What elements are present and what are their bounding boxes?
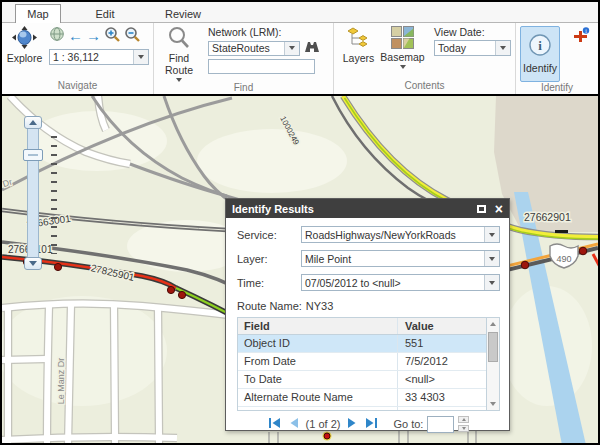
table-header-row: Field Value <box>238 318 486 335</box>
dialog-title: Identify Results <box>232 203 477 215</box>
next-page-button[interactable] <box>347 417 358 431</box>
tab-map[interactable]: Map <box>15 4 61 23</box>
group-contents: Layers Basemap <box>334 23 516 94</box>
scroll-up-icon[interactable] <box>487 318 499 330</box>
layer-combobox[interactable]: Mile Point <box>301 250 500 267</box>
route-name-value: NY33 <box>306 300 334 312</box>
layer-row: Layer: Mile Point <box>237 249 500 268</box>
column-header-field: Field <box>238 318 398 334</box>
basemap-button[interactable]: Basemap <box>379 26 426 80</box>
time-dropdown-arrow-icon[interactable] <box>484 275 499 290</box>
route-shield-490: 490 <box>550 244 578 268</box>
goto-label: Go to: <box>393 418 423 430</box>
scrollbar-thumb[interactable] <box>488 332 498 362</box>
ribbon-tabstrip: Map Edit Review <box>2 2 598 23</box>
view-date-combobox[interactable]: Today <box>434 40 511 56</box>
network-dropdown-arrow-icon[interactable] <box>284 42 299 55</box>
last-page-button[interactable] <box>365 417 378 431</box>
group-find: Find Route Network (LRM): StateRoutes <box>154 23 334 94</box>
close-icon[interactable]: × <box>495 203 503 215</box>
layers-button[interactable]: Layers <box>338 26 379 80</box>
layers-icon <box>347 26 371 52</box>
zoom-slider-ticks <box>51 136 57 254</box>
tab-review[interactable]: Review <box>151 5 215 23</box>
globe-icon[interactable] <box>49 26 65 46</box>
zoom-slider-up-button[interactable] <box>24 116 42 129</box>
map-zoom-slider <box>20 116 70 272</box>
basemap-dropdown-icon[interactable] <box>400 65 406 69</box>
explore-button[interactable]: Explore <box>6 26 43 80</box>
zoom-out-icon[interactable] <box>124 26 141 47</box>
basemap-icon <box>391 26 414 51</box>
service-dropdown-arrow-icon[interactable] <box>484 227 499 242</box>
street-label: Le Manz Dr <box>56 358 66 405</box>
ribbon: Explore ← → <box>2 23 598 94</box>
binoculars-icon[interactable] <box>304 39 320 57</box>
scroll-down-icon[interactable] <box>487 398 499 410</box>
tab-edit[interactable]: Edit <box>77 5 133 23</box>
spinner-down-icon[interactable] <box>458 425 469 432</box>
group-label-find: Find <box>154 82 333 94</box>
zoom-slider-down-button[interactable] <box>24 257 42 270</box>
map-canvas[interactable]: 490 27663001 27663101 27825901 27662901 … <box>2 94 598 443</box>
group-label-contents: Contents <box>334 80 515 94</box>
page-indicator: (1 of 2) <box>306 418 341 430</box>
scale-dropdown-arrow-icon[interactable] <box>133 50 148 64</box>
group-identify: i Identify i Identify <box>516 23 598 94</box>
table-row[interactable]: Alternate Route Name 33 4303 <box>238 389 486 407</box>
network-lrm-combobox[interactable]: StateRoutes <box>208 41 300 56</box>
service-label: Service: <box>237 229 301 241</box>
service-row: Service: RoadsHighways/NewYorkRoads <box>237 225 500 244</box>
group-label-navigate: Navigate <box>2 80 153 94</box>
previous-page-button[interactable] <box>288 417 299 431</box>
zoom-slider-thumb[interactable] <box>23 149 43 161</box>
back-arrow-icon[interactable]: ← <box>68 29 83 43</box>
find-route-button[interactable]: Find Route <box>158 26 200 82</box>
street-label: Dr <box>2 177 13 189</box>
route-name-row: Route Name: NY33 <box>237 297 500 315</box>
view-date-dropdown-arrow-icon[interactable] <box>495 41 510 55</box>
maximize-icon[interactable] <box>477 205 486 213</box>
group-navigate: Explore ← → <box>2 23 154 94</box>
route-id-label: 27662901 <box>524 211 571 223</box>
layer-label: Layer: <box>237 253 301 265</box>
table-scrollbar[interactable] <box>486 318 499 410</box>
time-combobox[interactable]: 07/05/2012 to <null> <box>301 274 500 291</box>
route-name-label: Route Name: <box>237 300 302 312</box>
column-header-value: Value <box>398 318 486 334</box>
time-row: Time: 07/05/2012 to <null> <box>237 273 500 292</box>
find-route-value-input[interactable] <box>208 59 315 74</box>
first-page-button[interactable] <box>268 417 281 431</box>
application-window: Map Edit Review <box>0 0 600 445</box>
route-id-label: 27825901 <box>90 262 136 283</box>
identify-icon: i <box>527 33 553 62</box>
spinner-up-icon[interactable] <box>458 416 469 423</box>
dialog-titlebar[interactable]: Identify Results × <box>226 199 509 218</box>
pagination-bar: (1 of 2) Go to: <box>237 411 500 437</box>
svg-text:490: 490 <box>556 254 571 264</box>
zoom-slider-track[interactable] <box>27 120 39 266</box>
attributes-table: Field Value Object ID 551 From Date 7/5/… <box>237 317 500 411</box>
identify-results-dialog: Identify Results × Service: RoadsHighway… <box>225 198 510 431</box>
layer-dropdown-arrow-icon[interactable] <box>484 251 499 266</box>
zoom-in-icon[interactable] <box>104 26 121 47</box>
view-date-label: View Date: <box>434 26 511 38</box>
table-row[interactable]: Object ID 551 <box>238 335 486 353</box>
time-label: Time: <box>237 277 301 289</box>
identify-button[interactable]: i Identify <box>520 26 560 82</box>
explore-orb-icon <box>11 26 38 52</box>
svg-text:i: i <box>538 38 542 53</box>
identify-route-location-icon[interactable]: i <box>573 27 590 47</box>
map-scale-combobox[interactable]: 1 : 36,112 <box>49 49 149 65</box>
table-row[interactable]: From Date 7/5/2012 <box>238 353 486 371</box>
group-label-identify: Identify <box>516 82 598 94</box>
network-lrm-label: Network (LRM): <box>208 26 320 38</box>
magnifier-icon <box>167 26 191 52</box>
map-scale-value: 1 : 36,112 <box>50 51 133 63</box>
table-row <box>238 407 486 411</box>
forward-arrow-icon[interactable]: → <box>86 29 101 43</box>
goto-page-input[interactable] <box>427 416 454 433</box>
service-combobox[interactable]: RoadsHighways/NewYorkRoads <box>301 226 500 243</box>
goto-spinner <box>458 416 469 432</box>
table-row[interactable]: To Date <null> <box>238 371 486 389</box>
